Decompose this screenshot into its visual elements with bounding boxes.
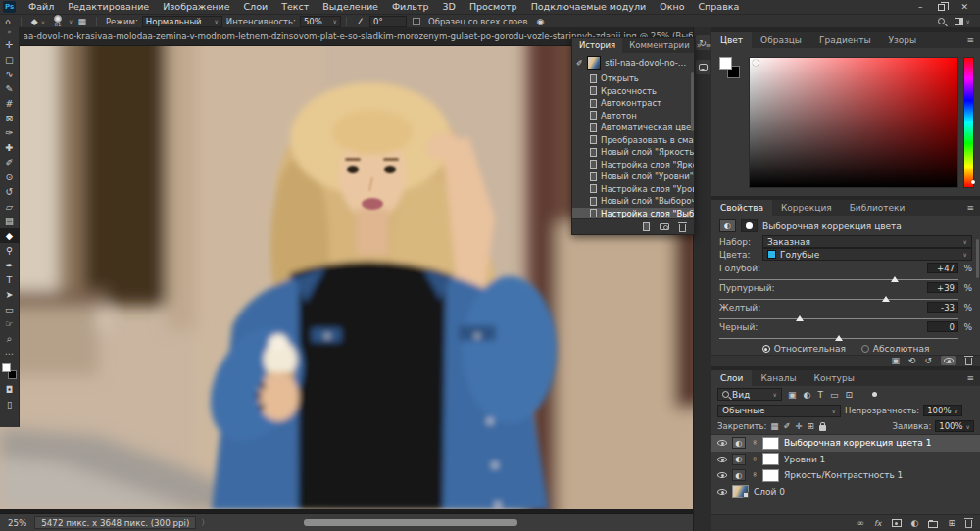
panel-menu-icon[interactable]: ≡ xyxy=(706,41,712,50)
brush-size-picker[interactable]: 81 xyxy=(50,15,66,28)
link-layers-icon[interactable]: ∞ xyxy=(858,519,865,528)
clip-to-layer-icon[interactable]: ▣ xyxy=(891,357,900,365)
slider-value-field[interactable]: 0 xyxy=(927,321,958,332)
menu-plugins[interactable]: Подключаемые модули xyxy=(524,0,654,14)
menu-file[interactable]: Файл xyxy=(22,0,61,14)
move-tool[interactable]: ✛ xyxy=(0,37,20,52)
colors-dropdown[interactable]: Голубые ∨ xyxy=(762,248,972,261)
delete-state-icon[interactable] xyxy=(679,224,686,232)
status-options-icon[interactable]: 〉 xyxy=(196,517,214,528)
toolbar-collapse-icon[interactable]: » xyxy=(7,27,11,37)
slider-track[interactable] xyxy=(719,279,958,280)
hand-tool[interactable]: ☞ xyxy=(0,316,20,331)
panel-menu-icon[interactable]: ≡ xyxy=(966,35,980,45)
delete-adjustment-icon[interactable] xyxy=(965,358,972,365)
layer-visibility-toggle[interactable] xyxy=(941,356,956,365)
foreground-background-swatches[interactable] xyxy=(0,362,20,382)
menu-filter[interactable]: Фильтр xyxy=(385,0,436,14)
screen-mode-button[interactable]: ▯ xyxy=(0,397,20,411)
layer-name[interactable]: Выборочная коррекция цвета 1 xyxy=(784,438,931,448)
lock-all-icon[interactable] xyxy=(819,425,826,431)
properties-scrollbar[interactable] xyxy=(976,239,979,278)
home-icon[interactable]: ⌂ xyxy=(0,17,16,26)
tab-layers[interactable]: Слои xyxy=(711,370,752,386)
layer-filter-dropdown[interactable]: Вид ∨ xyxy=(717,388,782,401)
view-previous-state-icon[interactable]: ⟲ xyxy=(908,357,916,365)
brush-settings-toggle-icon[interactable]: ▦ xyxy=(73,17,91,26)
history-snapshot-row[interactable]: ✐ stil-naa-dovol-no-krasivaa-mol... xyxy=(572,53,694,72)
lock-pixels-icon[interactable]: ✐ xyxy=(783,421,790,431)
layer-name[interactable]: Уровни 1 xyxy=(784,455,825,464)
new-snapshot-icon[interactable] xyxy=(660,223,669,230)
preset-dropdown[interactable]: Заказная ∨ xyxy=(762,235,972,248)
history-step[interactable]: Новый слой "Яркость/Контра... xyxy=(572,146,694,159)
slider-track[interactable] xyxy=(719,338,958,339)
layer-mask-thumbnail[interactable] xyxy=(762,453,779,465)
path-selection-tool[interactable]: ➤ xyxy=(0,287,20,302)
shape-tool[interactable]: ▭ xyxy=(0,302,20,316)
menu-type[interactable]: Текст xyxy=(274,0,316,14)
foreground-background-swatches[interactable] xyxy=(719,57,749,188)
menu-image[interactable]: Изображение xyxy=(156,0,236,14)
clone-stamp-tool[interactable]: ⊙ xyxy=(0,169,20,184)
saturation-brightness-field[interactable] xyxy=(749,57,958,188)
layer-mask-thumbnail[interactable] xyxy=(762,437,779,450)
fill-field[interactable]: 100% ∨ xyxy=(935,420,974,432)
brush-tool[interactable]: ✐ xyxy=(0,155,20,169)
history-step[interactable]: Автотон xyxy=(572,110,694,122)
hue-slider[interactable] xyxy=(963,57,974,188)
horizontal-scrollbar-thumb[interactable] xyxy=(304,519,517,526)
blur-tool[interactable]: ◆ xyxy=(0,228,20,243)
menu-view[interactable]: Просмотр xyxy=(463,0,524,14)
layer-name[interactable]: Яркость/Контрастность 1 xyxy=(784,470,903,480)
absolute-radio[interactable]: Абсолютная xyxy=(861,344,930,354)
filter-adjustment-layers-icon[interactable]: ◐ xyxy=(804,390,811,400)
restore-button[interactable] xyxy=(938,4,945,11)
tab-libraries[interactable]: Библиотеки xyxy=(841,200,914,216)
menu-select[interactable]: Выделение xyxy=(316,0,385,14)
menu-edit[interactable]: Редактирование xyxy=(61,0,156,14)
opacity-field[interactable]: 100% ∨ xyxy=(923,405,962,416)
tab-properties[interactable]: Свойства xyxy=(711,200,772,216)
history-step[interactable]: Красочность xyxy=(572,85,694,98)
tab-color[interactable]: Цвет xyxy=(711,32,752,48)
history-step[interactable]: Настройка слоя "Уровни" xyxy=(572,183,694,196)
tab-history[interactable]: История xyxy=(572,38,622,53)
history-step[interactable]: Преобразовать в смарт-объект xyxy=(572,134,694,147)
new-adjustment-layer-icon[interactable]: ◐ xyxy=(911,519,919,528)
slider-thumb[interactable] xyxy=(882,296,890,302)
adjustment-layer-icon[interactable]: ◐ xyxy=(732,454,746,465)
hue-slider-marker[interactable] xyxy=(971,180,975,184)
foreground-color-swatch[interactable] xyxy=(2,363,11,372)
layer-row-layer0[interactable]: Слой 0 xyxy=(711,484,980,501)
minimize-button[interactable]: – xyxy=(918,0,923,14)
frame-tool[interactable]: ⊠ xyxy=(0,111,20,125)
panel-menu-icon[interactable]: ≡ xyxy=(966,373,980,383)
delete-layer-icon[interactable] xyxy=(965,520,972,528)
menu-window[interactable]: Окно xyxy=(653,0,691,14)
filter-shape-layers-icon[interactable]: ▭ xyxy=(830,390,839,400)
new-layer-icon[interactable]: ⊞ xyxy=(948,519,956,528)
history-step-selected[interactable]: Настройка слоя "Выборочная... xyxy=(572,208,694,219)
strength-dropdown[interactable]: 50% ∨ xyxy=(300,16,341,27)
smart-object-thumbnail[interactable] xyxy=(732,485,749,498)
foreground-color-swatch[interactable] xyxy=(719,57,732,70)
history-brush-tool[interactable]: ↺ xyxy=(0,184,20,199)
menu-layers[interactable]: Слои xyxy=(236,0,274,14)
healing-brush-tool[interactable]: ✚ xyxy=(0,140,20,155)
blend-mode-dropdown[interactable]: Обычные ∨ xyxy=(717,405,841,417)
layer-row-brightness-contrast[interactable]: ◐ ∞ Яркость/Контрастность 1 xyxy=(711,467,980,484)
slider-thumb[interactable] xyxy=(796,315,804,321)
type-tool[interactable]: T xyxy=(0,272,20,287)
eye-icon[interactable] xyxy=(717,472,727,478)
lock-transparency-icon[interactable]: ▦ xyxy=(770,421,778,431)
pen-tool[interactable]: ✒ xyxy=(0,258,20,272)
history-step[interactable]: Новый слой "Уровни" xyxy=(572,170,694,183)
eyedropper-tool[interactable]: ✑ xyxy=(0,125,20,140)
layer-mask-thumbnail[interactable] xyxy=(762,469,779,482)
tab-adjustments[interactable]: Коррекция xyxy=(772,200,841,216)
tool-preset-icon[interactable]: ◆∨ xyxy=(26,17,50,26)
new-document-from-state-icon[interactable] xyxy=(643,222,650,231)
tab-gradients[interactable]: Градиенты xyxy=(810,32,880,48)
zoom-tool[interactable]: ⌕ xyxy=(0,331,20,346)
